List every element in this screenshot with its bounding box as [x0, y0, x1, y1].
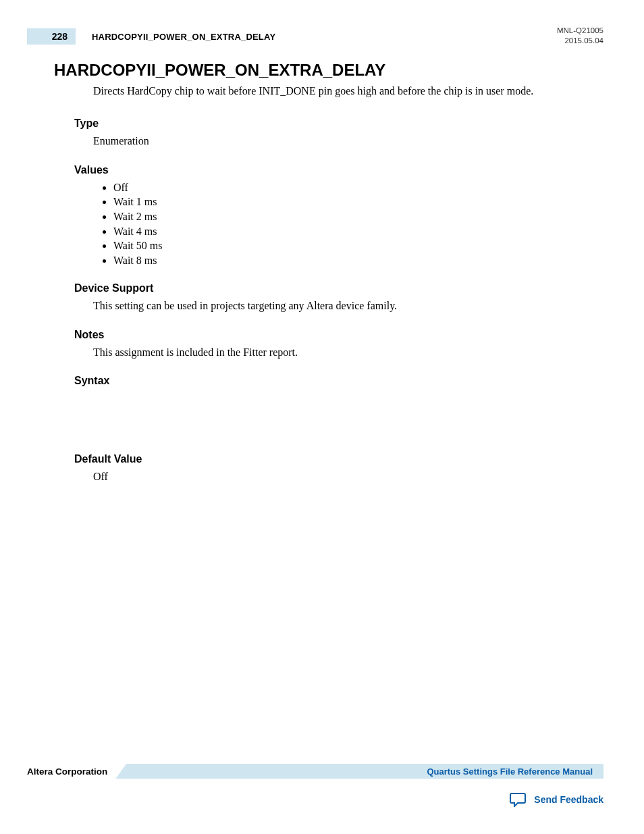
footer-banner: Quartus Settings File Reference Manual — [115, 764, 603, 779]
syntax-placeholder — [54, 391, 603, 438]
list-item: Wait 8 ms — [113, 253, 603, 268]
list-item: Wait 50 ms — [113, 238, 603, 253]
section-body-default-value: Off — [93, 469, 603, 484]
page-header: 228 HARDCOPYII_POWER_ON_EXTRA_DELAY MNL-… — [0, 0, 644, 47]
section-heading-default-value: Default Value — [74, 453, 603, 465]
intro-text: Directs HardCopy chip to wait before INI… — [93, 84, 603, 99]
send-feedback-link[interactable]: Send Feedback — [534, 794, 603, 805]
section-heading-notes: Notes — [74, 329, 603, 341]
manual-link[interactable]: Quartus Settings File Reference Manual — [427, 766, 593, 777]
running-title: HARDCOPYII_POWER_ON_EXTRA_DELAY — [92, 32, 275, 42]
list-item: Wait 2 ms — [113, 209, 603, 224]
section-body-type: Enumeration — [93, 134, 603, 149]
list-item: Wait 4 ms — [113, 224, 603, 239]
header-left: 228 HARDCOPYII_POWER_ON_EXTRA_DELAY — [27, 28, 603, 45]
section-body-notes: This assignment is included in the Fitte… — [93, 345, 603, 360]
footer-company: Altera Corporation — [27, 766, 115, 777]
doc-date: 2015.05.04 — [557, 36, 603, 46]
section-heading-device-support: Device Support — [74, 282, 603, 294]
doc-id: MNL-Q21005 — [557, 26, 603, 36]
page-number: 228 — [27, 28, 76, 45]
section-body-device-support: This setting can be used in projects tar… — [93, 298, 603, 313]
header-meta: MNL-Q21005 2015.05.04 — [557, 26, 603, 46]
speech-bubble-icon — [510, 792, 527, 807]
values-list: Off Wait 1 ms Wait 2 ms Wait 4 ms Wait 5… — [113, 180, 603, 268]
section-heading-values: Values — [74, 164, 603, 176]
page-footer: Altera Corporation Quartus Settings File… — [0, 762, 644, 807]
list-item: Wait 1 ms — [113, 194, 603, 209]
page-title: HARDCOPYII_POWER_ON_EXTRA_DELAY — [54, 61, 603, 80]
section-heading-type: Type — [74, 118, 603, 130]
page-content: HARDCOPYII_POWER_ON_EXTRA_DELAY Directs … — [0, 47, 644, 485]
footer-bar: Altera Corporation Quartus Settings File… — [27, 762, 603, 780]
section-heading-syntax: Syntax — [74, 375, 603, 387]
list-item: Off — [113, 180, 603, 195]
feedback: Send Feedback — [27, 792, 603, 807]
